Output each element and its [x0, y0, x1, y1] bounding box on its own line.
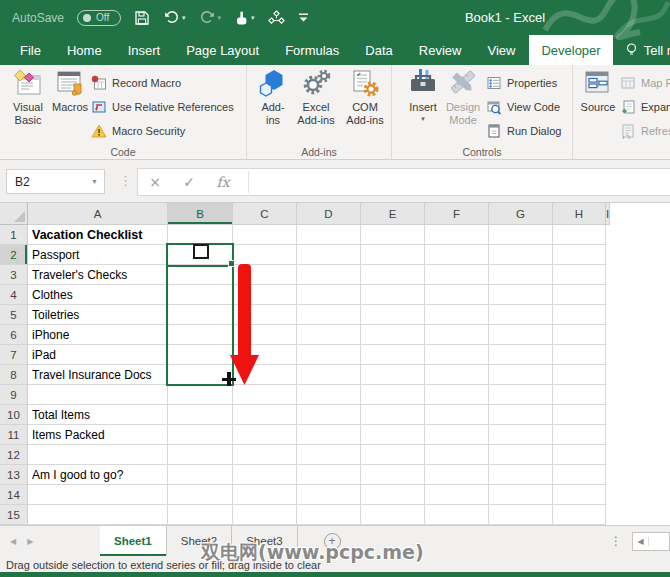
cell-F7[interactable]	[425, 345, 489, 365]
cell-A3[interactable]: Traveler's Checks	[28, 265, 168, 285]
cell-H4[interactable]	[553, 285, 606, 305]
cell-C9[interactable]	[233, 385, 297, 405]
row-header-4[interactable]: 4	[0, 285, 28, 305]
select-all-corner[interactable]	[0, 203, 28, 225]
cell-C1[interactable]	[233, 225, 297, 245]
cell-D11[interactable]	[297, 425, 361, 445]
insert-function-button[interactable]: fx	[206, 174, 240, 190]
cell-A9[interactable]	[28, 385, 168, 405]
autosave-toggle[interactable]: Off	[77, 10, 121, 26]
cell-F11[interactable]	[425, 425, 489, 445]
cell-D14[interactable]	[297, 485, 361, 505]
cell-H11[interactable]	[553, 425, 606, 445]
run-dialog-button[interactable]: Run Dialog	[486, 122, 561, 139]
sheet-tab-sheet1[interactable]: Sheet1	[100, 526, 167, 556]
cell-A1[interactable]: Vacation Checklist	[28, 225, 168, 245]
cell-E5[interactable]	[361, 305, 425, 325]
cell-G14[interactable]	[489, 485, 553, 505]
excel-add-ins-button[interactable]: Excel Add-ins	[291, 68, 341, 126]
column-header-f[interactable]: F	[425, 203, 489, 225]
cell-D9[interactable]	[297, 385, 361, 405]
cell-A5[interactable]: Toiletries	[28, 305, 168, 325]
cell-C15[interactable]	[233, 505, 297, 525]
cell-D2[interactable]	[297, 245, 361, 265]
cell-E15[interactable]	[361, 505, 425, 525]
cell-C14[interactable]	[233, 485, 297, 505]
cell-C13[interactable]	[233, 465, 297, 485]
cell-H2[interactable]	[553, 245, 606, 265]
cell-G6[interactable]	[489, 325, 553, 345]
cell-F2[interactable]	[425, 245, 489, 265]
cell-E2[interactable]	[361, 245, 425, 265]
row-header-6[interactable]: 6	[0, 325, 28, 345]
row-header-11[interactable]: 11	[0, 425, 28, 445]
column-header-b[interactable]: B	[168, 203, 233, 225]
cell-F4[interactable]	[425, 285, 489, 305]
cell-E12[interactable]	[361, 445, 425, 465]
expansion-packs-button[interactable]: Expan	[620, 98, 670, 115]
cell-G13[interactable]	[489, 465, 553, 485]
cell-G8[interactable]	[489, 365, 553, 385]
cell-A15[interactable]	[28, 505, 168, 525]
cell-G11[interactable]	[489, 425, 553, 445]
column-header-d[interactable]: D	[297, 203, 361, 225]
cell-C11[interactable]	[233, 425, 297, 445]
row-header-13[interactable]: 13	[0, 465, 28, 485]
cell-G10[interactable]	[489, 405, 553, 425]
row-header-1[interactable]: 1	[0, 225, 28, 245]
cell-G7[interactable]	[489, 345, 553, 365]
cell-F15[interactable]	[425, 505, 489, 525]
name-box-dropdown-icon[interactable]: ▼	[91, 178, 98, 185]
cell-H15[interactable]	[553, 505, 606, 525]
undo-dropdown[interactable]: ▾	[182, 14, 186, 22]
row-header-7[interactable]: 7	[0, 345, 28, 365]
source-button[interactable]: Source	[575, 68, 621, 114]
tab-formulas[interactable]: Formulas	[273, 35, 351, 65]
column-header-i[interactable]: I	[606, 203, 610, 225]
cell-G9[interactable]	[489, 385, 553, 405]
redo-button[interactable]: ▾	[199, 10, 222, 25]
row-header-14[interactable]: 14	[0, 485, 28, 505]
cell-A12[interactable]	[28, 445, 168, 465]
cell-F1[interactable]	[425, 225, 489, 245]
cell-C10[interactable]	[233, 405, 297, 425]
cell-G3[interactable]	[489, 265, 553, 285]
tab-home[interactable]: Home	[55, 35, 114, 65]
cell-D8[interactable]	[297, 365, 361, 385]
cell-G4[interactable]	[489, 285, 553, 305]
row-header-10[interactable]: 10	[0, 405, 28, 425]
add-ins-button[interactable]: Add-ins	[250, 68, 296, 126]
cell-B13[interactable]	[168, 465, 233, 485]
cancel-button[interactable]: ×	[138, 174, 172, 190]
row-header-2[interactable]: 2	[0, 245, 28, 265]
cell-E3[interactable]	[361, 265, 425, 285]
cell-F10[interactable]	[425, 405, 489, 425]
cell-B11[interactable]	[168, 425, 233, 445]
view-code-button[interactable]: View Code	[486, 98, 561, 115]
cell-H14[interactable]	[553, 485, 606, 505]
tab-page-layout[interactable]: Page Layout	[174, 35, 271, 65]
cell-G2[interactable]	[489, 245, 553, 265]
cell-D13[interactable]	[297, 465, 361, 485]
cell-B12[interactable]	[168, 445, 233, 465]
touch-mode-button[interactable]: ▾	[234, 10, 255, 26]
column-header-c[interactable]: C	[233, 203, 297, 225]
cell-G15[interactable]	[489, 505, 553, 525]
cell-A13[interactable]: Am I good to go?	[28, 465, 168, 485]
tab-view[interactable]: View	[475, 35, 527, 65]
cell-H3[interactable]	[553, 265, 606, 285]
diagram-button[interactable]	[268, 10, 285, 26]
cell-F3[interactable]	[425, 265, 489, 285]
tab-insert[interactable]: Insert	[116, 35, 173, 65]
cell-F8[interactable]	[425, 365, 489, 385]
visual-basic-button[interactable]: Visual Basic	[5, 68, 51, 126]
cell-H12[interactable]	[553, 445, 606, 465]
undo-button[interactable]: ▾	[163, 10, 186, 25]
tab-file[interactable]: File	[8, 35, 53, 65]
cell-D10[interactable]	[297, 405, 361, 425]
name-box[interactable]: B2 ▼	[6, 169, 105, 194]
cell-D1[interactable]	[297, 225, 361, 245]
cell-C12[interactable]	[233, 445, 297, 465]
row-header-3[interactable]: 3	[0, 265, 28, 285]
macro-security-button[interactable]: Macro Security	[91, 122, 234, 139]
